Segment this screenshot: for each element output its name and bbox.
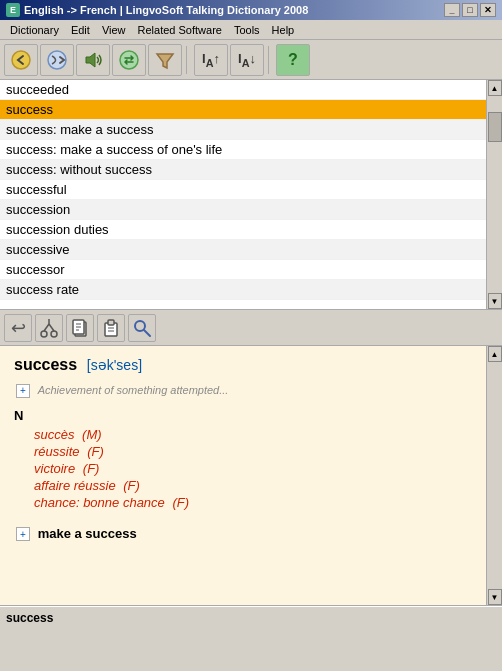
svg-line-20 <box>144 330 150 336</box>
trans-scroll-down[interactable]: ▼ <box>488 589 502 605</box>
trans-definition-row: + Achievement of something attempted... <box>16 382 488 398</box>
translation-panel: success [sək'ses] + Achievement of somet… <box>0 346 502 606</box>
back-button[interactable] <box>4 44 38 76</box>
list-item[interactable]: successive <box>0 240 486 260</box>
list-item[interactable]: success <box>0 100 486 120</box>
trans-gender-2: (F) <box>83 461 100 476</box>
font-increase-icon: IA↑ <box>202 51 220 69</box>
menu-edit[interactable]: Edit <box>65 22 96 38</box>
trans-phonetic: [sək'ses] <box>87 357 142 373</box>
list-item[interactable]: succession <box>0 200 486 220</box>
scroll-up-arrow[interactable]: ▲ <box>488 80 502 96</box>
minimize-btn[interactable]: _ <box>444 3 460 17</box>
trans-entry-1: réussite (F) <box>34 444 488 459</box>
trans-gender-1: (F) <box>87 444 104 459</box>
find-button[interactable] <box>128 314 156 342</box>
trans-word-3: affaire réussie <box>34 478 116 493</box>
font-increase-button[interactable]: IA↑ <box>194 44 228 76</box>
main-toolbar: IA↑ IA↓ ? <box>0 40 502 80</box>
trans-word-0: succès <box>34 427 74 442</box>
app-icon: E <box>6 3 20 17</box>
toolbar-separator-1 <box>186 46 190 74</box>
svg-marker-4 <box>157 54 173 68</box>
menu-tools[interactable]: Tools <box>228 22 266 38</box>
trans-word-2: victoire <box>34 461 75 476</box>
font-decrease-icon: IA↓ <box>238 51 256 69</box>
list-item[interactable]: succession duties <box>0 220 486 240</box>
forward-button[interactable] <box>40 44 74 76</box>
menu-help[interactable]: Help <box>266 22 301 38</box>
status-bar: success <box>0 606 502 628</box>
trans-scroll-up[interactable]: ▲ <box>488 346 502 362</box>
menu-view[interactable]: View <box>96 22 132 38</box>
word-list-container: succeeded success success: make a succes… <box>0 80 502 310</box>
trans-entry-4: chance: bonne chance (F) <box>34 495 488 510</box>
trans-gender-0: (M) <box>82 427 102 442</box>
svg-point-3 <box>120 51 138 69</box>
filter-button[interactable] <box>148 44 182 76</box>
svg-line-7 <box>44 324 49 331</box>
trans-panel-scrollbar[interactable]: ▲ ▼ <box>486 346 502 605</box>
trans-header: success [sək'ses] <box>14 356 488 374</box>
sub-entry-expand-btn[interactable]: + <box>16 527 30 541</box>
window-title: English -> French | LingvoSoft Talking D… <box>24 4 308 16</box>
close-btn[interactable]: ✕ <box>480 3 496 17</box>
scroll-thumb[interactable] <box>488 112 502 142</box>
trans-pos: N <box>14 408 488 423</box>
cut-button[interactable] <box>35 314 63 342</box>
help-button[interactable]: ? <box>276 44 310 76</box>
maximize-btn[interactable]: □ <box>462 3 478 17</box>
paste-button[interactable] <box>97 314 125 342</box>
list-item[interactable]: successful <box>0 180 486 200</box>
list-item[interactable]: success: make a success of one's life <box>0 140 486 160</box>
swap-button[interactable] <box>112 44 146 76</box>
trans-definition: Achievement of something attempted... <box>38 384 229 396</box>
menu-related-software[interactable]: Related Software <box>132 22 228 38</box>
menu-bar: Dictionary Edit View Related Software To… <box>0 20 502 40</box>
scroll-down-arrow[interactable]: ▼ <box>488 293 502 309</box>
svg-marker-2 <box>86 53 95 67</box>
status-text: success <box>6 611 53 625</box>
word-list-scrollbar[interactable]: ▲ ▼ <box>486 80 502 309</box>
list-item[interactable]: success rate <box>0 280 486 300</box>
title-bar: E English -> French | LingvoSoft Talking… <box>0 0 502 20</box>
list-item[interactable]: succeeded <box>0 80 486 100</box>
trans-entry-0: succès (M) <box>34 427 488 442</box>
menu-dictionary[interactable]: Dictionary <box>4 22 65 38</box>
definition-expand-btn[interactable]: + <box>16 384 30 398</box>
list-item[interactable]: success: make a success <box>0 120 486 140</box>
speak-button[interactable] <box>76 44 110 76</box>
sub-entry-label: make a success <box>38 526 137 541</box>
bottom-toolbar: ↩ <box>0 310 502 346</box>
toolbar-separator-2 <box>268 46 272 74</box>
svg-point-5 <box>41 331 47 337</box>
svg-point-0 <box>12 51 30 69</box>
window-controls[interactable]: _ □ ✕ <box>444 3 496 17</box>
list-item[interactable]: successor <box>0 260 486 280</box>
trans-headword: success <box>14 356 77 373</box>
word-list: succeeded success success: make a succes… <box>0 80 486 300</box>
font-decrease-button[interactable]: IA↓ <box>230 44 264 76</box>
trans-word-1: réussite <box>34 444 80 459</box>
trans-word-4: chance: bonne chance <box>34 495 165 510</box>
svg-rect-16 <box>108 320 114 325</box>
undo-button[interactable]: ↩ <box>4 314 32 342</box>
list-item[interactable]: success: without success <box>0 160 486 180</box>
trans-gender-3: (F) <box>123 478 140 493</box>
svg-line-8 <box>49 324 54 331</box>
trans-gender-4: (F) <box>172 495 189 510</box>
trans-entry-3: affaire réussie (F) <box>34 478 488 493</box>
copy-button[interactable] <box>66 314 94 342</box>
svg-point-6 <box>51 331 57 337</box>
trans-entry-2: victoire (F) <box>34 461 488 476</box>
sub-entry-row: + make a success <box>16 526 488 542</box>
